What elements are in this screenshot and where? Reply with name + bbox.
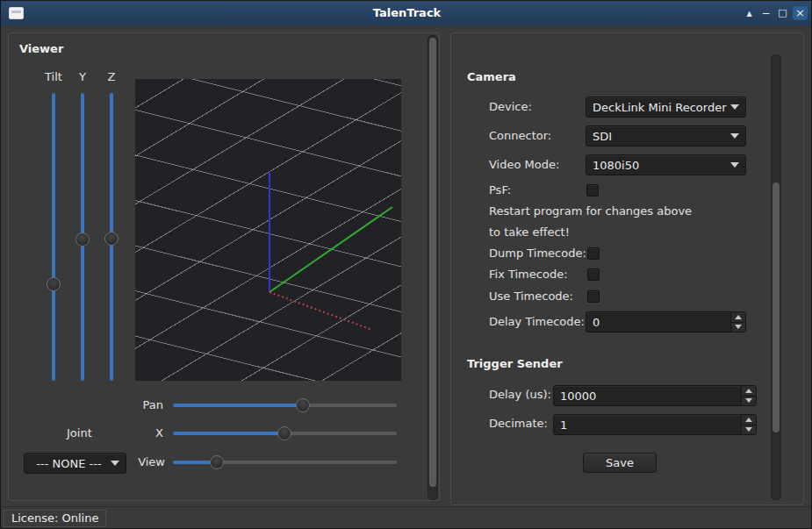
joint-select[interactable]: --- NONE --- <box>24 453 126 474</box>
z-slider-label: Z <box>101 70 122 83</box>
trigger-sender-section-title: Trigger Sender <box>467 357 563 370</box>
settings-scrollbar[interactable] <box>771 54 781 500</box>
triangle-down-icon <box>735 325 742 329</box>
video-mode-select[interactable]: 1080i50 <box>586 154 746 175</box>
viewer-panel: Viewer Tilt Y Z Pan <box>8 32 440 501</box>
pan-slider-handle[interactable] <box>296 398 310 412</box>
shade-icon: ▲ <box>746 10 751 18</box>
chevron-down-icon <box>111 461 119 466</box>
minimize-icon: − <box>761 7 770 19</box>
use-timecode-checkbox[interactable] <box>587 290 600 303</box>
device-select-value: DeckLink Mini Recorder 4k <box>593 101 727 114</box>
pan-slider-track-fill <box>173 404 303 407</box>
shade-button[interactable]: ▲ <box>742 6 757 20</box>
fix-timecode-checkbox[interactable] <box>587 268 600 281</box>
triangle-up-icon <box>745 389 752 393</box>
x-slider-track-fill <box>173 432 284 435</box>
use-timecode-label: Use Timecode: <box>489 290 573 303</box>
status-bar: License: Online <box>1 506 812 529</box>
view-slider[interactable] <box>173 455 397 469</box>
maximize-button[interactable]: □ <box>775 6 790 20</box>
x-slider-track <box>284 432 397 435</box>
view-slider-track <box>217 461 397 464</box>
license-status: License: Online <box>4 510 106 527</box>
connector-select-value: SDI <box>593 130 727 143</box>
axis-green-line <box>269 207 392 292</box>
device-label: Device: <box>489 100 532 113</box>
spin-down-button[interactable] <box>742 397 756 406</box>
restart-note-line1: Restart program for changes above <box>489 204 692 218</box>
decimate-spinbox[interactable]: 1 <box>553 414 757 435</box>
tilt-slider-handle[interactable] <box>47 277 61 291</box>
spin-up-button[interactable] <box>731 312 745 323</box>
viewer-scrollbar[interactable] <box>428 35 438 500</box>
tilt-slider[interactable] <box>47 89 61 384</box>
z-slider[interactable] <box>104 89 119 384</box>
joint-label: Joint <box>67 426 105 440</box>
connector-label: Connector: <box>489 129 551 142</box>
titlebar[interactable]: TalenTrack ▲ − □ × <box>1 1 812 25</box>
x-slider[interactable] <box>173 426 397 440</box>
trigger-delay-spinbox[interactable]: 10000 <box>553 385 757 406</box>
z-slider-handle[interactable] <box>104 232 119 246</box>
spin-up-button[interactable] <box>742 415 756 425</box>
close-icon: × <box>795 6 805 19</box>
x-slider-handle[interactable] <box>277 426 291 440</box>
fix-timecode-label: Fix Timecode: <box>489 268 568 281</box>
save-button[interactable]: Save <box>583 453 657 473</box>
axes-overlay <box>135 79 401 381</box>
delay-timecode-value: 0 <box>586 316 730 329</box>
video-mode-label: Video Mode: <box>489 158 559 171</box>
camera-section-title: Camera <box>467 70 516 83</box>
tilt-slider-label: Tilt <box>39 70 68 83</box>
viewer-scrollbar-thumb[interactable] <box>429 38 436 487</box>
settings-panel: Camera Device: DeckLink Mini Recorder 4k… <box>450 32 804 505</box>
dump-timecode-checkbox[interactable] <box>587 247 600 260</box>
tilt-slider-track <box>52 93 55 381</box>
3d-viewport[interactable] <box>135 79 401 381</box>
window-title: TalenTrack <box>1 1 812 25</box>
psf-checkbox[interactable] <box>586 184 599 197</box>
view-slider-label: View <box>126 455 165 468</box>
triangle-down-icon <box>745 398 752 403</box>
triangle-up-icon <box>745 418 752 422</box>
restart-note-line2: to take effect! <box>489 225 570 239</box>
axis-red-dotted-line <box>269 292 372 330</box>
video-mode-select-value: 1080i50 <box>593 159 727 172</box>
chevron-down-icon <box>730 104 739 110</box>
spin-down-button[interactable] <box>742 425 756 435</box>
joint-select-value: --- NONE --- <box>31 457 107 470</box>
y-slider-label: Y <box>72 70 93 83</box>
pan-slider[interactable] <box>173 398 397 412</box>
connector-select[interactable]: SDI <box>586 125 746 147</box>
settings-scrollbar-thumb[interactable] <box>772 182 780 432</box>
y-slider-handle[interactable] <box>75 232 90 247</box>
decimate-label: Decimate: <box>489 417 548 430</box>
chevron-down-icon <box>730 162 739 168</box>
app-window: TalenTrack ▲ − □ × Viewer Tilt Y Z <box>0 0 812 529</box>
delay-timecode-spinbox[interactable]: 0 <box>586 311 746 332</box>
viewer-panel-title: Viewer <box>19 42 63 55</box>
minimize-button[interactable]: − <box>758 6 773 20</box>
maximize-icon: □ <box>778 7 787 18</box>
spin-down-button[interactable] <box>731 323 745 332</box>
device-select[interactable]: DeckLink Mini Recorder 4k <box>586 97 746 118</box>
triangle-up-icon <box>735 315 742 319</box>
close-button[interactable]: × <box>793 6 808 20</box>
dump-timecode-label: Dump Timecode: <box>489 247 586 260</box>
trigger-delay-value: 10000 <box>554 390 741 403</box>
pan-slider-label: Pan <box>114 398 163 411</box>
chevron-down-icon <box>730 133 739 139</box>
spin-up-button[interactable] <box>742 386 756 397</box>
psf-label: PsF: <box>489 183 511 197</box>
x-slider-label: X <box>132 426 163 440</box>
trigger-delay-label: Delay (us): <box>489 388 551 401</box>
decimate-value: 1 <box>554 418 741 432</box>
triangle-down-icon <box>745 427 752 432</box>
view-slider-handle[interactable] <box>210 455 224 469</box>
delay-timecode-label: Delay Timecode: <box>489 315 585 328</box>
y-slider[interactable] <box>75 89 90 384</box>
pan-slider-track <box>303 404 397 407</box>
